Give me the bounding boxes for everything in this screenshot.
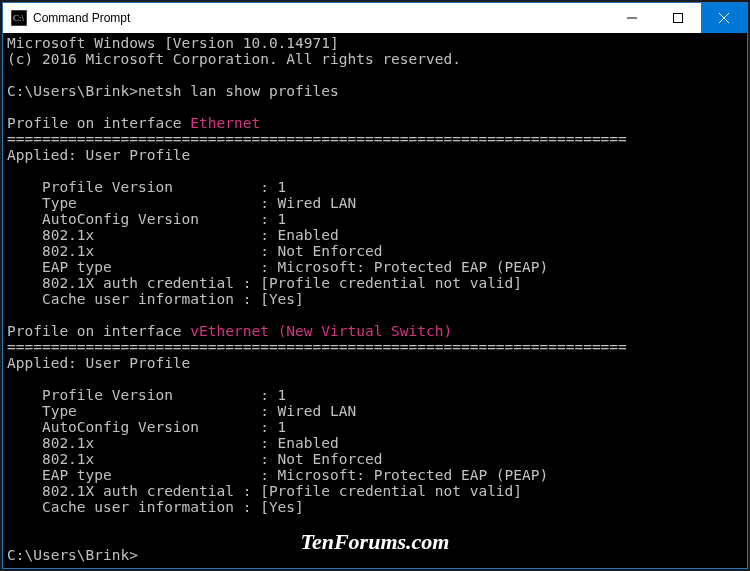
interface-name-2: vEthernet (New Virtual Switch) xyxy=(190,323,452,339)
field-cache-user: Cache user information : [Yes] xyxy=(7,499,304,515)
svg-text:C:\: C:\ xyxy=(13,13,25,23)
field-type: Type : Wired LAN xyxy=(7,403,356,419)
applied-label: Applied: User Profile xyxy=(7,147,190,163)
svg-rect-3 xyxy=(674,14,683,23)
prompt: C:\Users\Brink> xyxy=(7,83,138,99)
command-prompt-window: C:\ Command Prompt Microsoft Windows [Ve… xyxy=(2,2,748,569)
field-eap-type: EAP type : Microsoft: Protected EAP (PEA… xyxy=(7,259,548,275)
field-8021x-enforced: 802.1x : Not Enforced xyxy=(7,243,382,259)
terminal-output[interactable]: Microsoft Windows [Version 10.0.14971] (… xyxy=(3,33,747,568)
field-auth-credential: 802.1X auth credential : [Profile creden… xyxy=(7,275,522,291)
field-8021x-enabled: 802.1x : Enabled xyxy=(7,227,339,243)
field-cache-user: Cache user information : [Yes] xyxy=(7,291,304,307)
field-profile-version: Profile Version : 1 xyxy=(7,387,286,403)
window-title: Command Prompt xyxy=(33,11,609,25)
divider: ========================================… xyxy=(7,339,627,355)
divider: ========================================… xyxy=(7,131,627,147)
banner-line-2: (c) 2016 Microsoft Corporation. All righ… xyxy=(7,51,461,67)
profile-header-prefix: Profile on interface xyxy=(7,323,190,339)
maximize-button[interactable] xyxy=(655,3,701,33)
command-entered: netsh lan show profiles xyxy=(138,83,339,99)
banner-line-1: Microsoft Windows [Version 10.0.14971] xyxy=(7,35,339,51)
window-controls xyxy=(609,3,747,33)
interface-name-1: Ethernet xyxy=(190,115,260,131)
cmd-icon: C:\ xyxy=(11,10,27,26)
prompt-ready: C:\Users\Brink> xyxy=(7,547,138,563)
close-button[interactable] xyxy=(701,3,747,33)
field-auth-credential: 802.1X auth credential : [Profile creden… xyxy=(7,483,522,499)
titlebar[interactable]: C:\ Command Prompt xyxy=(3,3,747,33)
field-type: Type : Wired LAN xyxy=(7,195,356,211)
applied-label: Applied: User Profile xyxy=(7,355,190,371)
field-eap-type: EAP type : Microsoft: Protected EAP (PEA… xyxy=(7,467,548,483)
field-8021x-enabled: 802.1x : Enabled xyxy=(7,435,339,451)
minimize-button[interactable] xyxy=(609,3,655,33)
profile-header-prefix: Profile on interface xyxy=(7,115,190,131)
field-autoconfig: AutoConfig Version : 1 xyxy=(7,419,286,435)
field-autoconfig: AutoConfig Version : 1 xyxy=(7,211,286,227)
field-profile-version: Profile Version : 1 xyxy=(7,179,286,195)
field-8021x-enforced: 802.1x : Not Enforced xyxy=(7,451,382,467)
